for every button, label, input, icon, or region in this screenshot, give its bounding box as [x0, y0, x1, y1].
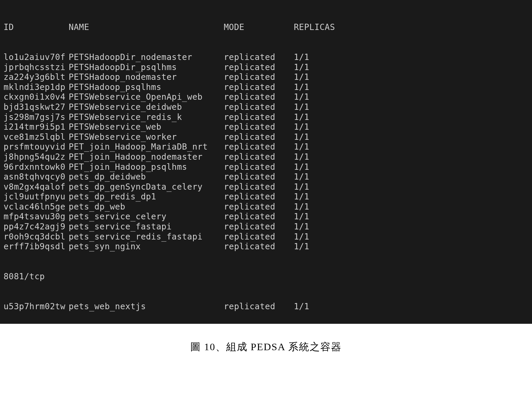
cell-name: pets_dp_deidweb [69, 172, 224, 182]
table-row: js298m7gsj7sPETSWebservice_redis_kreplic… [4, 112, 528, 122]
cell-name: PETSHadoop_psqlhms [69, 82, 224, 92]
cell-mode: replicated [224, 212, 294, 222]
header-mode: MODE [224, 22, 294, 32]
table-row: r0oh9cq3dcblpets_service_redis_fastapire… [4, 232, 528, 242]
cell-id: asn8tqhvqcy0 [4, 172, 69, 182]
table-row: mfp4tsavu30gpets_service_celeryreplicate… [4, 212, 528, 222]
cell-mode: replicated [224, 62, 294, 72]
cell-name: pets_dp_genSyncData_celery [69, 182, 224, 192]
table-row: za224y3g6bltPETSHadoop_nodemasterreplica… [4, 72, 528, 82]
cell-mode: replicated [224, 232, 294, 242]
cell-replicas: 1/1 [294, 152, 309, 162]
table-row: j8hpng54qu2zPET_join_Hadoop_nodemasterre… [4, 152, 528, 162]
cell-replicas: 1/1 [294, 72, 309, 82]
cell-name: pets_web_nextjs [69, 302, 224, 312]
cell-replicas: 1/1 [294, 242, 309, 252]
cell-id: mfp4tsavu30g [4, 212, 69, 222]
table-row: prsfmtouyvidPET_join_Hadoop_MariaDB_nrtr… [4, 142, 528, 152]
cell-replicas: 1/1 [294, 162, 309, 172]
cell-name: pets_syn_nginx [69, 242, 224, 252]
cell-replicas: 1/1 [294, 62, 309, 72]
cell-mode: replicated [224, 72, 294, 82]
table-row: 96rdxnntowk0PET_join_Hadoop_psqlhmsrepli… [4, 162, 528, 172]
cell-name: PETSHadoopDir_psqlhms [69, 62, 224, 72]
cell-replicas: 1/1 [294, 182, 309, 192]
cell-mode: replicated [224, 242, 294, 252]
cell-replicas: 1/1 [294, 52, 309, 62]
cell-mode: replicated [224, 92, 294, 102]
cell-mode: replicated [224, 112, 294, 122]
header-replicas: REPLICAS [294, 22, 335, 32]
cell-name: pets_service_redis_fastapi [69, 232, 224, 242]
header-name: NAME [69, 22, 224, 32]
cell-id: i214tmr9i5p1 [4, 122, 69, 132]
cell-id: u53p7hrm02tw [4, 302, 69, 312]
cell-id: jprbqhcsstzi [4, 62, 69, 72]
cell-mode: replicated [224, 152, 294, 162]
table-header-row: IDNAMEMODEREPLICAS [4, 22, 528, 32]
figure-caption: 圖 10、組成 PEDSA 系統之容器 [0, 340, 532, 354]
cell-replicas: 1/1 [294, 172, 309, 182]
cell-mode: replicated [224, 182, 294, 192]
table-row: vclac46ln5gepets_dp_webreplicated1/1 [4, 202, 528, 212]
cell-replicas: 1/1 [294, 192, 309, 202]
cell-replicas: 1/1 [294, 92, 309, 102]
cell-name: pets_service_fastapi [69, 222, 224, 232]
table-row: u53p7hrm02twpets_web_nextjsreplicated1/1 [4, 302, 528, 312]
cell-id: vce81mz5lqbl [4, 132, 69, 142]
cell-name: PETSHadoop_nodemaster [69, 72, 224, 82]
cell-mode: replicated [224, 202, 294, 212]
cell-id: r0oh9cq3dcbl [4, 232, 69, 242]
cell-id: erff7ib9qsdl [4, 242, 69, 252]
table-row: lo1u2aiuv70fPETSHadoopDir_nodemasterrepl… [4, 52, 528, 62]
table-row: i214tmr9i5p1PETSWebservice_webreplicated… [4, 122, 528, 132]
cell-id: lo1u2aiuv70f [4, 52, 69, 62]
cell-replicas: 1/1 [294, 132, 309, 142]
cell-id: j8hpng54qu2z [4, 152, 69, 162]
cell-name: PETSWebservice_worker [69, 132, 224, 142]
table-row: erff7ib9qsdlpets_syn_nginxreplicated1/1 [4, 242, 528, 252]
cell-name: PETSWebservice_redis_k [69, 112, 224, 122]
cell-mode: replicated [224, 122, 294, 132]
cell-replicas: 1/1 [294, 302, 309, 312]
cell-mode: replicated [224, 142, 294, 152]
cell-mode: replicated [224, 172, 294, 182]
table-row: jcl9uutfpnyupets_dp_redis_dp1replicated1… [4, 192, 528, 202]
table-row: ckxgn0i1x0v4PETSWebservice_OpenApi_webre… [4, 92, 528, 102]
cell-name: PET_join_Hadoop_psqlhms [69, 162, 224, 172]
cell-name: PET_join_Hadoop_nodemaster [69, 152, 224, 162]
cell-id: prsfmtouyvid [4, 142, 69, 152]
cell-id: bjd31qskwt27 [4, 102, 69, 112]
cell-id: 96rdxnntowk0 [4, 162, 69, 172]
table-row: vce81mz5lqblPETSWebservice_workerreplica… [4, 132, 528, 142]
cell-id: jcl9uutfpnyu [4, 192, 69, 202]
cell-replicas: 1/1 [294, 142, 309, 152]
cell-replicas: 1/1 [294, 212, 309, 222]
cell-replicas: 1/1 [294, 82, 309, 92]
cell-id: vclac46ln5ge [4, 202, 69, 212]
header-id: ID [4, 22, 69, 32]
cell-id: ckxgn0i1x0v4 [4, 92, 69, 102]
terminal-output: IDNAMEMODEREPLICAS lo1u2aiuv70fPETSHadoo… [0, 0, 532, 324]
cell-name: PETSWebservice_OpenApi_web [69, 92, 224, 102]
cell-id: pp4z7c42agj9 [4, 222, 69, 232]
cell-id: v8m2gx4qalof [4, 182, 69, 192]
cell-replicas: 1/1 [294, 122, 309, 132]
cell-name: pets_dp_web [69, 202, 224, 212]
cell-mode: replicated [224, 82, 294, 92]
table-row: pp4z7c42agj9pets_service_fastapireplicat… [4, 222, 528, 232]
cell-replicas: 1/1 [294, 222, 309, 232]
cell-name: PET_join_Hadoop_MariaDB_nrt [69, 142, 224, 152]
cell-id: za224y3g6blt [4, 72, 69, 82]
cell-name: pets_dp_redis_dp1 [69, 192, 224, 202]
table-row: jprbqhcsstziPETSHadoopDir_psqlhmsreplica… [4, 62, 528, 72]
cell-mode: replicated [224, 102, 294, 112]
wrapped-port-line: 8081/tcp [4, 272, 528, 282]
cell-mode: replicated [224, 162, 294, 172]
cell-mode: replicated [224, 222, 294, 232]
cell-name: pets_service_celery [69, 212, 224, 222]
cell-mode: replicated [224, 132, 294, 142]
table-row: mklndi3ep1dpPETSHadoop_psqlhmsreplicated… [4, 82, 528, 92]
cell-mode: replicated [224, 52, 294, 62]
table-row: bjd31qskwt27PETSWebservice_deidwebreplic… [4, 102, 528, 112]
